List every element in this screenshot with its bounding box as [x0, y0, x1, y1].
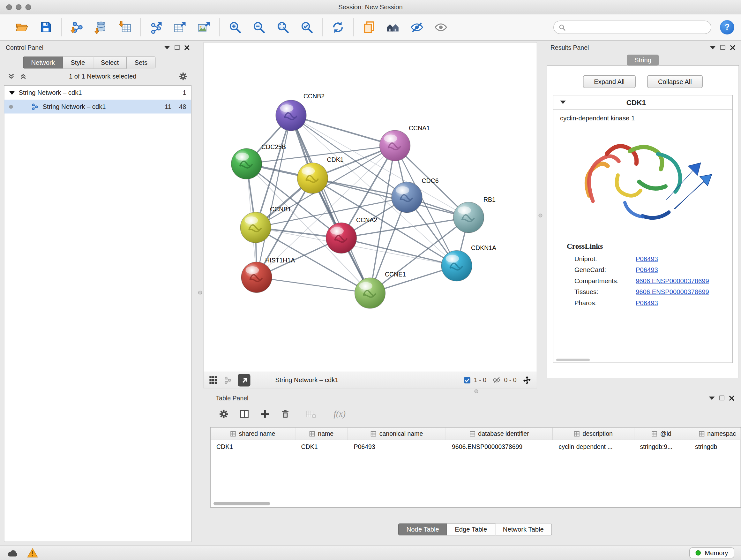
table-gear-icon[interactable] — [219, 409, 229, 419]
column-icon — [230, 431, 236, 436]
network-row[interactable]: String Network – cdk1 11 48 — [4, 100, 191, 114]
column-header[interactable]: namespac — [689, 428, 741, 440]
network-svg[interactable]: CCNB2CCNA1CDC25BCDK1CDC6RB1CCNB1CCNA2CDK… — [204, 43, 537, 372]
import-table-button[interactable] — [118, 20, 133, 35]
import-network-button[interactable] — [70, 20, 85, 35]
tab-sets[interactable]: Sets — [127, 57, 156, 69]
search-input[interactable] — [569, 23, 706, 31]
crosslink-link[interactable]: 9606.ENSP00000378699 — [636, 277, 709, 285]
zoom-in-button[interactable] — [227, 20, 243, 35]
network-edge[interactable] — [291, 116, 395, 146]
network-edge[interactable] — [257, 116, 291, 277]
section-collapse-icon[interactable] — [560, 101, 566, 104]
hidden-eye-icon[interactable] — [492, 376, 501, 384]
expand-all-icon[interactable] — [20, 72, 27, 80]
network-node-CDC6[interactable] — [392, 182, 422, 212]
crosslink-link[interactable]: P06493 — [636, 266, 658, 273]
minimize-window-button[interactable] — [16, 4, 22, 10]
memory-button[interactable]: Memory — [689, 548, 734, 559]
tab-edge-table[interactable]: Edge Table — [447, 523, 495, 536]
checkbox-icon[interactable] — [463, 376, 471, 384]
zoom-fit-button[interactable] — [275, 20, 291, 35]
network-node-CCNA1[interactable] — [380, 130, 410, 161]
hide-selected-button[interactable] — [409, 20, 425, 35]
close-window-button[interactable] — [6, 4, 12, 10]
import-database-button[interactable] — [93, 20, 109, 35]
column-header[interactable]: shared name — [211, 428, 295, 440]
show-all-button[interactable] — [433, 20, 449, 35]
fx-function-button[interactable]: f(x) — [334, 409, 346, 419]
cloud-icon[interactable] — [7, 548, 18, 558]
open-session-button[interactable] — [14, 20, 30, 35]
collapse-all-icon[interactable] — [8, 72, 15, 80]
zoom-window-button[interactable] — [25, 4, 31, 10]
network-node-CCNE1[interactable] — [355, 278, 386, 308]
network-node-CCNA2[interactable] — [326, 223, 357, 253]
houses-button[interactable] — [386, 20, 401, 35]
tree-caret-icon[interactable] — [9, 91, 15, 95]
network-edge[interactable] — [257, 277, 370, 294]
node-table[interactable]: shared namenamecanonical namedatabase id… — [210, 427, 741, 508]
network-collection-row[interactable]: String Network – cdk1 1 — [4, 86, 191, 100]
panel-maximize-icon[interactable] — [175, 45, 180, 50]
clone-network-button[interactable] — [148, 20, 164, 35]
panel-close-icon[interactable] — [185, 45, 190, 50]
column-header[interactable]: database identifier — [446, 428, 553, 440]
column-header[interactable]: name — [295, 428, 348, 440]
crosslink-link[interactable]: 9606.ENSP00000378699 — [636, 288, 709, 296]
zoom-selected-button[interactable] — [299, 20, 315, 35]
network-node-RB1[interactable] — [454, 202, 484, 233]
column-header[interactable]: description — [553, 428, 634, 440]
bottom-splitter-handle[interactable] — [475, 389, 478, 393]
crosslink-link[interactable]: P06493 — [636, 300, 658, 307]
right-splitter-handle[interactable] — [539, 213, 542, 217]
tab-string[interactable]: String — [627, 55, 659, 66]
crosslink-link[interactable]: P06493 — [636, 255, 658, 263]
grid-view-icon[interactable] — [209, 375, 218, 385]
detach-view-button[interactable] — [238, 374, 251, 386]
column-header[interactable]: canonical name — [348, 428, 447, 440]
results-maximize-icon[interactable] — [721, 45, 725, 50]
left-splitter-handle[interactable] — [198, 291, 202, 295]
table-row[interactable]: CDK1CDK1P064939606.ENSP00000378699cyclin… — [211, 440, 741, 453]
gear-icon[interactable] — [179, 71, 188, 81]
results-float-icon[interactable] — [710, 46, 716, 49]
network-node-CDK1[interactable] — [297, 163, 328, 193]
network-view: CCNB2CCNA1CDC25BCDK1CDC6RB1CCNB1CCNA2CDK… — [204, 42, 537, 388]
network-overview-icon[interactable] — [224, 376, 232, 384]
results-close-icon[interactable] — [730, 45, 736, 50]
refresh-button[interactable] — [330, 20, 346, 35]
tab-select[interactable]: Select — [93, 57, 127, 69]
network-edge[interactable] — [291, 116, 370, 294]
help-button[interactable]: ? — [720, 20, 734, 35]
column-header[interactable]: @id — [634, 428, 690, 440]
tab-network[interactable]: Network — [23, 57, 63, 69]
network-node-CCNB2[interactable] — [276, 100, 307, 131]
collapse-all-button[interactable]: Collapse All — [647, 75, 703, 88]
network-node-CDKN1A[interactable] — [441, 251, 472, 281]
tab-node-table[interactable]: Node Table — [398, 523, 447, 536]
network-node-CCNB1[interactable] — [240, 212, 271, 243]
panel-float-icon[interactable] — [164, 46, 170, 49]
tab-style[interactable]: Style — [63, 57, 93, 69]
table-close-icon[interactable] — [729, 395, 735, 401]
table-maximize-icon[interactable] — [720, 395, 724, 400]
save-session-button[interactable] — [38, 20, 54, 35]
copy-document-button[interactable] — [361, 20, 377, 35]
network-node-HIST1H1A[interactable] — [241, 262, 272, 293]
export-table-button[interactable] — [172, 20, 188, 35]
export-image-button[interactable] — [196, 20, 212, 35]
tab-network-table[interactable]: Network Table — [495, 523, 552, 536]
delete-column-icon[interactable] — [280, 409, 290, 419]
warning-icon[interactable] — [27, 548, 38, 558]
table-hscrollbar[interactable] — [213, 502, 270, 505]
columns-icon[interactable] — [239, 409, 250, 419]
move-crosshair-icon[interactable] — [522, 375, 532, 385]
toolbar-search[interactable] — [553, 21, 711, 34]
table-float-icon[interactable] — [709, 396, 715, 400]
expand-all-button[interactable]: Expand All — [583, 75, 636, 88]
results-hscrollbar[interactable] — [556, 359, 590, 361]
network-node-CDC25B[interactable] — [231, 148, 262, 179]
add-column-icon[interactable] — [260, 409, 270, 419]
zoom-out-button[interactable] — [252, 20, 267, 35]
